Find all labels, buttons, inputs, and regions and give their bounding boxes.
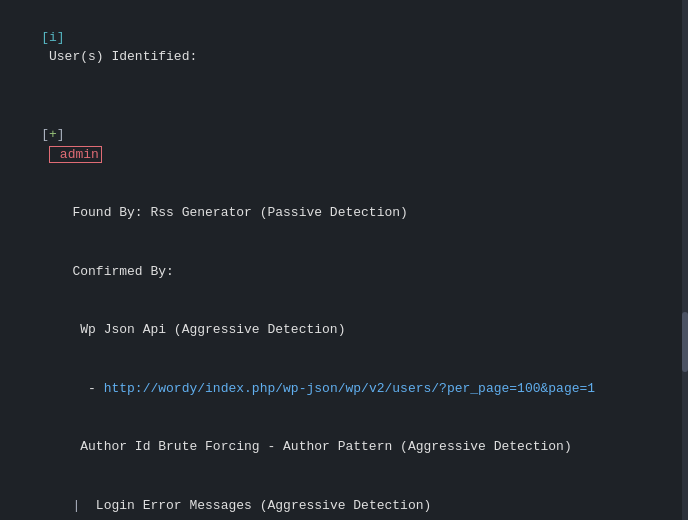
terminal-window: [i] User(s) Identified: [+] admin Found …	[0, 0, 688, 520]
header-text: User(s) Identified:	[41, 49, 197, 64]
admin-confirmed-1: Wp Json Api (Aggressive Detection)	[10, 301, 678, 360]
info-prefix: [i]	[41, 30, 64, 45]
bracket-admin: [	[41, 127, 49, 142]
username-admin: admin	[49, 146, 102, 164]
header-line: [i] User(s) Identified:	[10, 8, 678, 86]
admin-confirmed-label: Confirmed By:	[10, 242, 678, 301]
scrollbar[interactable]	[682, 0, 688, 520]
scrollbar-thumb[interactable]	[682, 312, 688, 372]
spacer-1	[10, 86, 678, 106]
admin-found-by: Found By: Rss Generator (Passive Detecti…	[10, 184, 678, 243]
admin-confirmed-3: | Login Error Messages (Aggressive Detec…	[10, 476, 678, 520]
admin-confirmed-url: - http://wordy/index.php/wp-json/wp/v2/u…	[10, 359, 678, 418]
admin-url: http://wordy/index.php/wp-json/wp/v2/use…	[104, 381, 595, 396]
user-admin-header: [+] admin	[10, 106, 678, 184]
admin-confirmed-2: Author Id Brute Forcing - Author Pattern…	[10, 418, 678, 477]
